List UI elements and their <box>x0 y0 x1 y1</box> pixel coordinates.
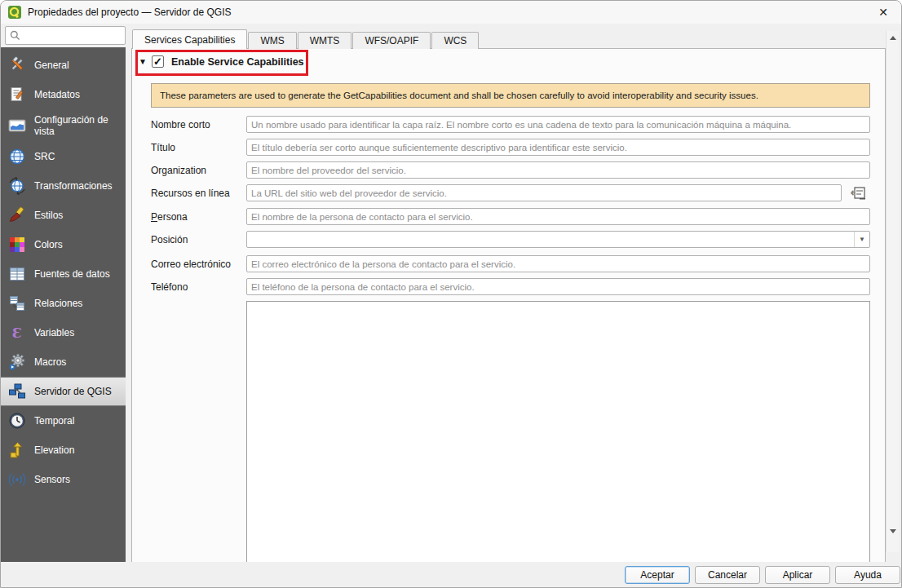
gear-play-icon <box>7 352 27 372</box>
tab-wfs-oapif[interactable]: WFS/OAPIF <box>352 32 431 49</box>
map-view-icon <box>7 116 27 135</box>
persona-label: Persona <box>151 211 188 223</box>
tab-bar: Services Capabilities WMS WMTS WFS/OAPIF… <box>132 29 480 49</box>
signal-icon <box>7 470 27 489</box>
qgis-logo-icon <box>8 6 21 19</box>
sidebar-item-label: Macros <box>34 356 66 368</box>
sidebar-item-label: Estilos <box>34 210 63 221</box>
sidebar-item-variables[interactable]: Ɛ Variables <box>1 318 126 347</box>
recursos-en-linea-label: Recursos en línea <box>151 188 230 199</box>
sidebar-item-label: Sensors <box>34 474 70 485</box>
epsilon-icon: Ɛ <box>7 323 27 343</box>
window-title: Propiedades del proyecto — Servidor de Q… <box>28 7 231 18</box>
scroll-up-icon[interactable] <box>887 32 900 44</box>
aplicar-button[interactable]: Aplicar <box>765 566 830 584</box>
enable-service-capabilities-checkbox[interactable]: ✓ <box>152 55 164 68</box>
sidebar-item-configuracion-de-vista[interactable]: Configuración de vista <box>1 109 126 142</box>
color-palette-icon <box>7 235 27 254</box>
sidebar-item-relaciones[interactable]: Relaciones <box>1 289 126 318</box>
tools-icon <box>7 55 27 75</box>
chevron-down-icon[interactable]: ▼ <box>854 232 869 247</box>
getcapabilities-warning-banner: These parameters are used to generate th… <box>151 83 870 108</box>
globe-icon <box>7 147 27 166</box>
vertical-scrollbar[interactable] <box>886 31 899 552</box>
sidebar-item-label: Transformaciones <box>34 180 113 192</box>
elevation-arrow-icon <box>7 440 27 460</box>
services-capabilities-panel: ▼ ✓ Enable Service Capabilities These pa… <box>131 48 886 564</box>
document-pencil-icon <box>7 85 27 104</box>
sidebar-item-label: Variables <box>34 327 74 338</box>
telefono-input[interactable] <box>246 278 870 295</box>
collapse-arrow-icon[interactable]: ▼ <box>139 57 152 66</box>
sidebar-item-label: Configuración de vista <box>34 114 126 137</box>
sidebar-item-label: General <box>34 60 69 71</box>
sidebar-item-label: Elevation <box>34 444 74 456</box>
nombre-corto-input[interactable] <box>246 116 870 133</box>
clock-icon <box>7 411 27 431</box>
organization-label: Organization <box>151 165 206 176</box>
sidebar-item-metadatos[interactable]: Metadatos <box>1 80 126 109</box>
line-edit-widget-icon <box>849 185 867 201</box>
scroll-down-icon[interactable] <box>887 525 900 537</box>
sidebar-item-label: Temporal <box>34 415 74 427</box>
tables-relation-icon <box>7 294 27 313</box>
globe-arrows-icon <box>7 176 27 196</box>
sidebar-item-general[interactable]: General <box>1 51 126 80</box>
sidebar-item-label: Metadatos <box>34 89 80 100</box>
sidebar-item-sensors[interactable]: Sensors <box>1 465 126 494</box>
organization-input[interactable] <box>246 161 870 179</box>
sidebar-item-estilos[interactable]: Estilos <box>1 201 126 230</box>
telefono-label: Teléfono <box>151 281 188 293</box>
nombre-corto-label: Nombre corto <box>151 119 210 130</box>
tab-services-capabilities[interactable]: Services Capabilities <box>132 29 247 49</box>
enable-service-capabilities-header: ▼ ✓ Enable Service Capabilities <box>139 55 304 68</box>
sidebar-item-label: Colors <box>34 239 63 250</box>
cancelar-button[interactable]: Cancelar <box>695 566 760 584</box>
network-computers-icon <box>7 382 27 401</box>
recursos-en-linea-input[interactable] <box>246 184 842 201</box>
sidebar-item-servidor-de-qgis[interactable]: Servidor de QGIS <box>1 377 126 406</box>
titulo-input[interactable] <box>246 139 870 156</box>
settings-sidebar: General Metadatos Configuración de vista <box>1 47 126 564</box>
sidebar-item-fuentes-de-datos[interactable]: Fuentes de datos <box>1 259 126 289</box>
tab-wcs[interactable]: WCS <box>431 32 479 49</box>
close-icon[interactable]: ✕ <box>865 1 901 24</box>
sidebar-item-macros[interactable]: Macros <box>1 347 126 377</box>
persona-input[interactable] <box>246 208 870 225</box>
sidebar-item-colors[interactable]: Colors <box>1 230 126 259</box>
project-properties-dialog: Propiedades del proyecto — Servidor de Q… <box>0 0 902 588</box>
paintbrush-icon <box>7 206 27 225</box>
sidebar-item-elevation[interactable]: Elevation <box>1 435 126 465</box>
sidebar-item-label: Relaciones <box>34 298 82 309</box>
dialog-footer: Aceptar Cancelar Aplicar Ayuda <box>1 562 901 587</box>
url-widget-button[interactable] <box>847 182 869 204</box>
sidebar-item-label: SRC <box>34 151 55 162</box>
sidebar-item-temporal[interactable]: Temporal <box>1 406 126 435</box>
table-icon <box>7 264 27 284</box>
search-input[interactable] <box>20 27 125 44</box>
tab-wmts[interactable]: WMTS <box>298 32 352 49</box>
correo-electronico-input[interactable] <box>246 255 870 272</box>
titulo-label: Título <box>151 142 175 153</box>
sidebar-item-src[interactable]: SRC <box>1 142 126 171</box>
sidebar-item-transformaciones[interactable]: Transformaciones <box>1 171 126 201</box>
posicion-combobox[interactable]: ▼ <box>246 231 870 248</box>
sidebar-item-label: Servidor de QGIS <box>34 386 112 397</box>
tab-wms[interactable]: WMS <box>248 32 296 49</box>
enable-service-capabilities-label: Enable Service Capabilities <box>171 56 304 68</box>
correo-electronico-label: Correo electrónico <box>151 259 231 270</box>
sidebar-item-label: Fuentes de datos <box>34 268 110 280</box>
abstract-textarea[interactable] <box>246 301 870 564</box>
aceptar-button[interactable]: Aceptar <box>625 566 690 584</box>
sidebar-search <box>5 26 126 45</box>
posicion-label: Posición <box>151 234 188 245</box>
ayuda-button[interactable]: Ayuda <box>835 566 900 584</box>
search-icon <box>10 30 20 41</box>
title-bar: Propiedades del proyecto — Servidor de Q… <box>1 1 901 24</box>
